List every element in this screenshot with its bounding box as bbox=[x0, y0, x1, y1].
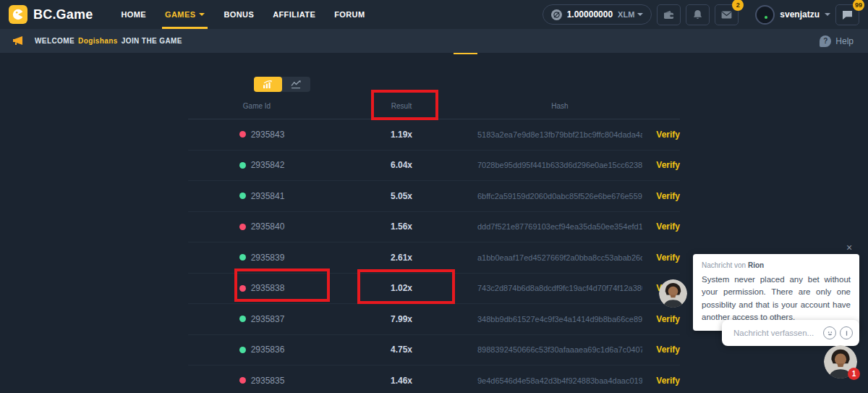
game-id: 2935836 bbox=[251, 345, 285, 355]
top-bar: BC.Game HOME GAMES BONUS AFFILIATE FORUM… bbox=[0, 0, 868, 29]
chat-sender-name: Rion bbox=[748, 261, 764, 269]
game-id: 2935841 bbox=[251, 191, 285, 201]
megaphone-icon bbox=[12, 35, 24, 48]
nav-forum[interactable]: FORUM bbox=[325, 0, 374, 29]
hash-value: 348bb9db61527e4c9f3e4a1414d9b8ba66ce8970… bbox=[477, 315, 642, 324]
status-dot bbox=[239, 162, 246, 169]
announcement-username[interactable]: Dogishans bbox=[78, 37, 118, 45]
avatar bbox=[755, 5, 775, 25]
result-value: 2.61x bbox=[326, 253, 477, 263]
verify-link[interactable]: Verify bbox=[642, 345, 680, 355]
brand-name: BC.Game bbox=[33, 7, 93, 22]
table-row: 2935842 6.04x 7028be95dd95f441b633d6d296… bbox=[188, 151, 680, 182]
balance-selector[interactable]: 1.00000000 XLM bbox=[542, 4, 652, 25]
chat-sender-avatar bbox=[659, 279, 687, 308]
nav-home[interactable]: HOME bbox=[111, 0, 156, 29]
stats-view-button[interactable] bbox=[254, 77, 282, 92]
table-row: 2935840 1.56x ddd7f521e87769103ecf94ea35… bbox=[188, 212, 680, 243]
col-header-game-id: Game Id bbox=[188, 102, 326, 110]
result-value: 6.04x bbox=[326, 160, 477, 170]
status-dot bbox=[239, 224, 246, 230]
brand-logo[interactable]: BC.Game bbox=[0, 5, 111, 24]
bcgame-logo-icon bbox=[9, 5, 27, 24]
status-dot bbox=[239, 285, 246, 292]
nav-bonus[interactable]: BONUS bbox=[214, 0, 263, 29]
chat-input[interactable] bbox=[732, 328, 820, 338]
chevron-down-icon bbox=[637, 13, 643, 16]
table-header-row: Game Id Result Hash bbox=[188, 93, 680, 119]
table-row: 2935841 5.05x 6bffc2a59159d2060d0abc85f5… bbox=[188, 181, 680, 212]
hash-value: 743c2d874b6d8a8dcdf9fc19acf4d70f74f12a38… bbox=[477, 284, 642, 292]
status-dot bbox=[239, 131, 246, 138]
verify-link[interactable]: Verify bbox=[642, 130, 680, 140]
bar-chart-icon bbox=[263, 80, 273, 89]
hash-value: 7028be95dd95f441b633d6d296e0ae15cc6238dd… bbox=[477, 161, 642, 169]
result-value: 4.75x bbox=[326, 345, 477, 355]
game-id: 2935835 bbox=[251, 376, 285, 386]
table-row: 2935837 7.99x 348bb9db61527e4c9f3e4a1414… bbox=[188, 304, 680, 335]
table-row: 2935839 2.61x a1bb0eaaf17ed4527669f2a0bb… bbox=[188, 242, 680, 274]
main-nav: HOME GAMES BONUS AFFILIATE FORUM bbox=[111, 0, 374, 29]
result-value: 5.05x bbox=[326, 191, 477, 201]
announcement-prefix: WELCOME bbox=[35, 37, 75, 45]
username: svenjatzu bbox=[780, 9, 820, 20]
hash-value: a1bb0eaaf17ed4527669f2a0bba8cc53abab26c6… bbox=[477, 253, 642, 262]
table-row: 2935843 1.19x 5183a2ea7e9d8e13fb79bbf21b… bbox=[188, 119, 680, 151]
close-icon[interactable]: × bbox=[846, 242, 852, 253]
notifications-button[interactable] bbox=[686, 4, 710, 25]
mail-button[interactable]: 2 bbox=[715, 4, 739, 25]
user-menu[interactable]: svenjatzu bbox=[755, 5, 830, 25]
topbar-right: 1.00000000 XLM 2 svenjatzu 99 bbox=[542, 4, 868, 25]
coin-icon bbox=[551, 9, 562, 20]
mail-badge: 2 bbox=[732, 0, 744, 11]
col-header-hash: Hash bbox=[477, 102, 642, 110]
chat-bubble-icon bbox=[842, 10, 853, 20]
chat-button[interactable]: 99 bbox=[835, 4, 859, 25]
emoji-icon[interactable] bbox=[823, 326, 836, 339]
status-dot bbox=[239, 377, 246, 384]
announcement-suffix: JOIN THE GAME bbox=[122, 37, 182, 45]
hash-value: 9e4d6546d4e58a42d3b4f924883baa4daac019ce… bbox=[477, 376, 642, 385]
status-dot bbox=[239, 347, 246, 353]
announcement-text: WELCOME Dogishans JOIN THE GAME bbox=[35, 37, 182, 45]
help-label: Help bbox=[835, 36, 854, 46]
table-row: 2935836 4.75x 8988392450666c53f30afaaaea… bbox=[188, 335, 680, 366]
nav-games[interactable]: GAMES bbox=[156, 0, 214, 29]
result-value: 7.99x bbox=[326, 314, 477, 324]
chat-badge: 99 bbox=[853, 0, 864, 11]
game-id: 2935843 bbox=[251, 130, 285, 140]
status-dot bbox=[239, 254, 246, 261]
game-id: 2935842 bbox=[251, 160, 285, 170]
hash-value: 8988392450666c53f30afaaaea69c1d6a7c0407e… bbox=[477, 345, 642, 354]
verify-link[interactable]: Verify bbox=[642, 160, 680, 170]
result-value: 1.46x bbox=[326, 376, 477, 386]
trend-view-button[interactable] bbox=[282, 77, 310, 92]
result-value: 1.56x bbox=[326, 221, 477, 232]
chat-input-container bbox=[722, 320, 859, 346]
hash-value: 5183a2ea7e9d8e13fb79bbf21bc9ffc804dada4a… bbox=[477, 130, 642, 139]
col-header-result: Result bbox=[326, 102, 477, 110]
verify-link[interactable]: Verify bbox=[642, 221, 680, 232]
balance-currency: XLM bbox=[618, 10, 643, 19]
game-id: 2935840 bbox=[251, 221, 285, 232]
chat-message-from: Nachricht von Rion bbox=[702, 261, 851, 269]
hash-value: ddd7f521e87769103ecf94ea35da50ee354efd1c… bbox=[477, 222, 642, 231]
verify-link[interactable]: Verify bbox=[642, 191, 680, 201]
announcement-bar: WELCOME Dogishans JOIN THE GAME ? Help bbox=[0, 29, 868, 53]
hash-value: 6bffc2a59159d2060d0abc85f526e6be676e5590… bbox=[477, 192, 642, 200]
info-icon[interactable] bbox=[840, 326, 853, 339]
game-id: 2935838 bbox=[251, 283, 285, 293]
verify-link[interactable]: Verify bbox=[642, 253, 680, 263]
trend-chart-icon bbox=[291, 80, 302, 89]
result-value: 1.02x bbox=[326, 283, 477, 293]
nav-affiliate[interactable]: AFFILIATE bbox=[263, 0, 325, 29]
game-id: 2935839 bbox=[251, 253, 285, 263]
verify-link[interactable]: Verify bbox=[642, 376, 680, 386]
table-row: 2935838 1.02x 743c2d874b6d8a8dcdf9fc19ac… bbox=[188, 274, 680, 305]
verify-link[interactable]: Verify bbox=[642, 314, 680, 324]
wallet-button[interactable] bbox=[657, 4, 681, 25]
result-value: 1.19x bbox=[326, 130, 477, 140]
chat-message-text: System never placed any bet without your… bbox=[702, 274, 851, 324]
help-button[interactable]: ? Help bbox=[820, 29, 854, 53]
balance-amount: 1.00000000 bbox=[567, 9, 613, 20]
